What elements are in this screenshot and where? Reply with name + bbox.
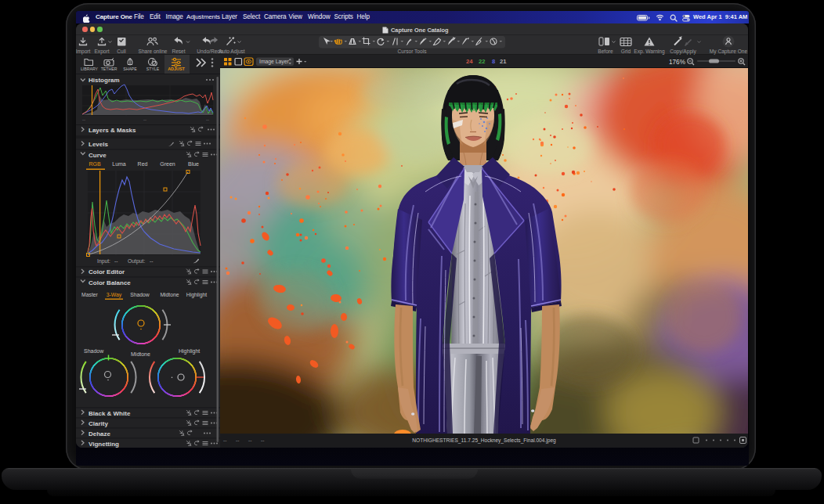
svg-text:--: -- xyxy=(114,258,118,264)
svg-text:22: 22 xyxy=(479,58,485,65)
svg-text:Master: Master xyxy=(81,292,99,297)
svg-text:Shadow: Shadow xyxy=(84,348,104,354)
svg-text:Histogram: Histogram xyxy=(89,77,120,84)
svg-text:SHAPE: SHAPE xyxy=(123,67,137,71)
svg-text:Layers & Masks: Layers & Masks xyxy=(89,127,136,134)
svg-text:--: -- xyxy=(150,258,154,264)
svg-text:Midtone: Midtone xyxy=(160,292,179,297)
svg-text:8: 8 xyxy=(492,58,495,65)
svg-text:--: -- xyxy=(82,117,85,122)
svg-text:Input:: Input: xyxy=(97,258,110,265)
svg-text:Highlight: Highlight xyxy=(186,292,208,298)
svg-text:Levels: Levels xyxy=(89,141,108,148)
svg-text:--: -- xyxy=(236,437,239,443)
svg-text:--: -- xyxy=(248,437,251,443)
svg-text:24: 24 xyxy=(466,58,473,65)
svg-text:STYLE: STYLE xyxy=(146,67,160,71)
svg-text:NOTHIGHESTRIES_11.7.25_Hockney: NOTHIGHESTRIES_11.7.25_Hockney_Selects_F… xyxy=(412,437,556,444)
svg-text:Blue: Blue xyxy=(188,161,199,167)
svg-text:Red: Red xyxy=(138,161,148,167)
svg-text:Color Balance: Color Balance xyxy=(89,279,131,286)
svg-text:21: 21 xyxy=(500,58,507,65)
svg-text:Black & White: Black & White xyxy=(89,410,131,417)
svg-text:--: -- xyxy=(223,437,226,443)
svg-text:ADJUST: ADJUST xyxy=(168,67,185,71)
svg-text:Shadow: Shadow xyxy=(130,292,150,297)
svg-text:Color Editor: Color Editor xyxy=(89,268,125,275)
svg-text:--: -- xyxy=(143,117,146,122)
svg-text:Output:: Output: xyxy=(128,258,145,265)
svg-text:Highlight: Highlight xyxy=(179,348,200,355)
svg-text:176%: 176% xyxy=(669,59,685,66)
svg-text:LIBRARY: LIBRARY xyxy=(81,67,99,71)
svg-text:Vignetting: Vignetting xyxy=(89,441,119,448)
svg-text:--: -- xyxy=(261,437,264,443)
svg-text:--: -- xyxy=(206,117,209,122)
svg-text:Clarity: Clarity xyxy=(89,420,108,427)
svg-text:Curve: Curve xyxy=(89,152,107,159)
svg-text:Image Layer: Image Layer xyxy=(259,59,290,65)
svg-text:TETHER: TETHER xyxy=(101,67,117,71)
svg-text:Midtone: Midtone xyxy=(131,351,150,357)
svg-text:RGB: RGB xyxy=(89,161,101,167)
svg-text:Green: Green xyxy=(160,161,175,167)
svg-text:Luma: Luma xyxy=(112,161,126,167)
svg-text:3-Way: 3-Way xyxy=(107,292,122,298)
svg-text:Dehaze: Dehaze xyxy=(89,430,111,437)
